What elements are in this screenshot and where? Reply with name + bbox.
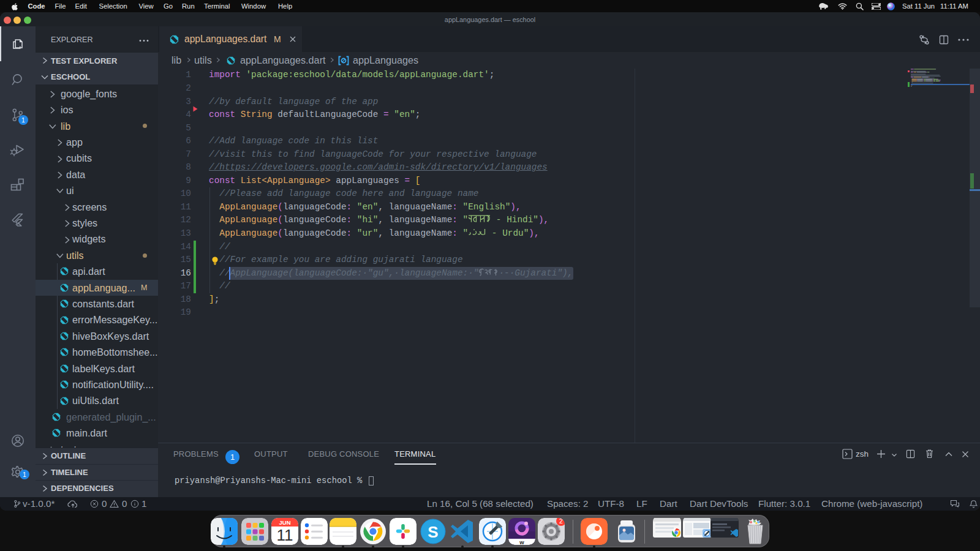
svg-text:JUN: JUN [279,519,290,526]
svg-text:w: w [519,539,524,545]
svg-text:11: 11 [277,526,293,544]
svg-text:S: S [428,523,438,541]
